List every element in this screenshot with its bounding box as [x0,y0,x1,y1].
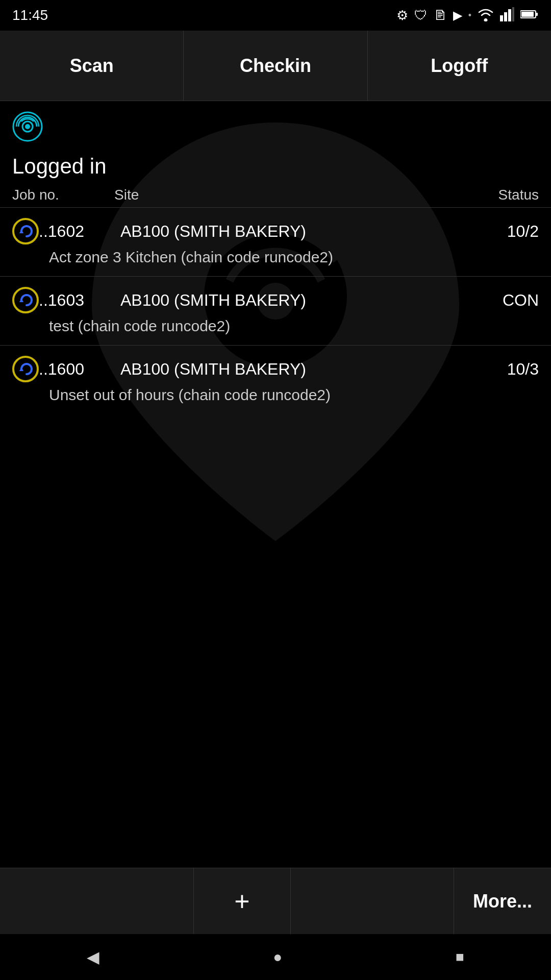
svg-rect-5 [512,7,514,21]
col-site: Site [114,187,478,203]
job-number: ..1602 [39,222,120,241]
signal-icon [500,7,514,23]
top-nav: Scan Checkin Logoff [0,31,551,101]
job-status: 10/3 [478,360,539,379]
app-logo-icon [12,111,43,142]
tab-checkin[interactable]: Checkin [184,31,367,101]
svg-marker-13 [19,229,23,233]
nav-recent-button[interactable]: ■ [456,949,464,965]
notification-dot: • [468,10,471,21]
svg-point-16 [13,357,38,381]
svg-rect-4 [508,9,511,21]
reload-icon [12,287,39,313]
android-nav-bar: ◀ ● ■ [0,934,551,980]
svg-marker-17 [19,367,23,371]
svg-marker-15 [19,298,23,302]
logged-in-label: Logged in [0,149,551,187]
add-button[interactable]: + [194,868,291,934]
play-icon: ▶ [453,8,462,22]
job-number: ..1600 [39,360,120,379]
shield-icon: 🛡 [414,8,428,23]
wifi-icon [478,7,494,23]
svg-point-11 [25,124,30,129]
logo-area [0,101,551,149]
settings-icon: ⚙ [396,8,408,23]
job-description: Act zone 3 Kitchen (chain code runcode2) [12,249,539,266]
col-job-no: Job no. [12,187,114,203]
reload-icon [12,218,39,244]
nav-back-button[interactable]: ◀ [87,947,99,967]
job-number: ..1603 [39,291,120,310]
bottom-toolbar: + More... [0,868,551,934]
sim-icon: 🖹 [434,8,447,23]
status-bar: 11:45 ⚙ 🛡 🖹 ▶ • [0,0,551,31]
job-site: AB100 (SMITH BAKERY) [120,360,478,379]
bottom-left-button[interactable] [0,868,194,934]
job-description: Unset out of hours (chain code runcode2) [12,386,539,404]
more-button[interactable]: More... [454,868,551,934]
svg-rect-8 [521,12,534,17]
table-row[interactable]: ..1602 AB100 (SMITH BAKERY) 10/2 Act zon… [0,207,551,276]
job-status: 10/2 [478,222,539,241]
status-icons: ⚙ 🛡 🖹 ▶ • [396,7,539,23]
table-row[interactable]: ..1600 AB100 (SMITH BAKERY) 10/3 Unset o… [0,345,551,414]
bottom-spacer [291,868,454,934]
battery-icon [520,9,539,21]
svg-point-12 [13,219,38,243]
tab-logoff[interactable]: Logoff [368,31,551,101]
col-status: Status [478,187,539,203]
svg-rect-2 [500,15,503,21]
job-list: ..1602 AB100 (SMITH BAKERY) 10/2 Act zon… [0,207,551,414]
job-site: AB100 (SMITH BAKERY) [120,291,478,310]
svg-rect-3 [504,12,507,21]
table-row[interactable]: ..1603 AB100 (SMITH BAKERY) CON test (ch… [0,276,551,345]
job-description: test (chain code runcode2) [12,317,539,335]
job-site: AB100 (SMITH BAKERY) [120,222,478,241]
svg-point-14 [13,288,38,312]
job-status: CON [478,291,539,310]
nav-home-button[interactable]: ● [273,948,282,966]
table-header: Job no. Site Status [0,187,551,207]
reload-icon [12,356,39,382]
tab-scan[interactable]: Scan [0,31,184,101]
status-time: 11:45 [12,7,48,23]
svg-rect-7 [536,13,538,16]
